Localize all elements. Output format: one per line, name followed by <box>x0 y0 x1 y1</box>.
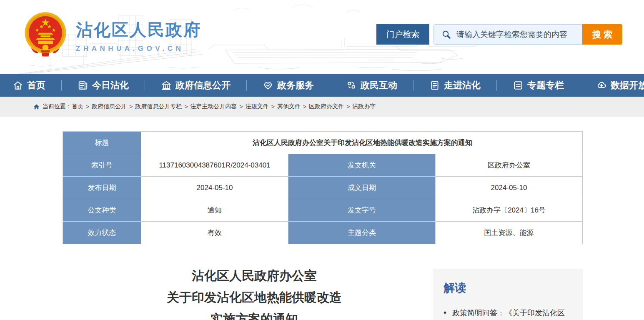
breadcrumb-separator: > <box>184 103 188 110</box>
nav-label: 专题专栏 <box>527 79 564 92</box>
breadcrumb-separator: > <box>271 103 275 110</box>
interpretation-link[interactable]: •政策简明问答：《关于印发沾化区地热能供暖改造实施方案的通知》解读 <box>444 305 572 320</box>
nav-separator <box>413 80 413 91</box>
home-icon <box>13 80 23 91</box>
search-icon <box>441 30 451 40</box>
breadcrumb-item-statutory[interactable]: 法定主动公开内容 <box>190 103 237 110</box>
nav-item-today[interactable]: 今日沾化 <box>78 79 129 92</box>
document-type-label: 公文种类 <box>63 199 141 222</box>
government-icon <box>161 80 172 91</box>
brand-text: 沾化区人民政府 ZHANHUA.GOV.CN <box>76 18 201 53</box>
written-date-label: 成文日期 <box>288 177 436 199</box>
nav-label: 政务服务 <box>277 79 314 92</box>
breadcrumb-item-other-files[interactable]: 其他文件 <box>277 103 301 110</box>
breadcrumb-item-gov-info-column[interactable]: 政府信息公开专栏 <box>135 103 182 110</box>
search-submit-button[interactable]: 搜 索 <box>582 24 622 45</box>
site-domain: ZHANHUA.GOV.CN <box>76 45 201 53</box>
nav-item-services[interactable]: 政务服务 <box>263 79 314 92</box>
breadcrumb-home-icon <box>33 104 40 110</box>
document-icon <box>429 80 440 91</box>
breadcrumb-separator: > <box>346 103 350 110</box>
nav-separator <box>61 80 62 91</box>
nav-separator <box>330 80 330 91</box>
breadcrumb-item-zhanzhengbanzi[interactable]: 沾政办字 <box>352 103 376 110</box>
table-row: 标题 沾化区人民政府办公室关于印发沾化区地热能供暖改造实施方案的通知 <box>63 132 583 154</box>
nav-item-special-columns[interactable]: 专题专栏 <box>513 79 564 92</box>
issuing-agency-value: 区政府办公室 <box>436 154 583 177</box>
cloud-download-icon <box>596 80 607 91</box>
title-value-cell: 沾化区人民政府办公室关于印发沾化区地热能供暖改造实施方案的通知 <box>141 132 583 154</box>
service-heart-icon <box>263 80 273 91</box>
document-metadata-table: 标题 沾化区人民政府办公室关于印发沾化区地热能供暖改造实施方案的通知 索引号 1… <box>63 131 583 244</box>
interpretation-heading: 解读 <box>444 280 572 295</box>
index-number-value: 11371603004387601R/2024-03401 <box>141 154 288 177</box>
written-date-value: 2024-05-10 <box>436 177 583 199</box>
nav-item-gov-info[interactable]: 政府信息公开 <box>161 79 231 92</box>
nav-separator <box>145 80 145 91</box>
breadcrumb-item-home[interactable]: 首页 <box>72 103 83 110</box>
nav-item-about[interactable]: 走进沾化 <box>429 79 481 92</box>
breadcrumb-separator: > <box>129 103 133 110</box>
document-number-label: 发文字号 <box>288 199 436 222</box>
site-header: 沾化区人民政府 ZHANHUA.GOV.CN 门户检索 搜 索 <box>0 0 644 74</box>
subject-category-value: 国土资源、能源 <box>436 222 583 244</box>
nav-label: 走进沾化 <box>444 79 481 92</box>
subject-category-label: 主题分类 <box>288 222 436 244</box>
nav-label: 政府信息公开 <box>175 79 231 92</box>
article-title-line: 沾化区人民政府办公室 <box>63 265 446 287</box>
publish-date-label: 发布日期 <box>63 177 141 199</box>
portal-search-button[interactable]: 门户检索 <box>376 24 429 45</box>
interaction-quotes-icon <box>346 80 357 91</box>
table-row: 索引号 11371603004387601R/2024-03401 发文机关 区… <box>63 154 583 177</box>
nav-separator <box>580 80 580 91</box>
main-content: 标题 沾化区人民政府办公室关于印发沾化区地热能供暖改造实施方案的通知 索引号 1… <box>0 131 644 320</box>
bullet-icon: • <box>444 308 446 317</box>
national-emblem-icon <box>23 11 68 60</box>
navbar-inner: 首页 今日沾化 政府信息公开 <box>0 74 644 97</box>
nav-separator <box>496 80 497 91</box>
validity-status-label: 效力状态 <box>63 222 141 244</box>
nav-separator <box>246 80 247 91</box>
validity-status-value: 有效 <box>141 222 288 244</box>
publish-date-value: 2024-05-10 <box>141 177 288 199</box>
table-row: 公文种类 通知 发文字号 沾政办字〔2024〕16号 <box>63 199 583 222</box>
breadcrumb: 当前位置： 首页 > 政府信息公开 > 政府信息公开专栏 > 法定主动公开内容 … <box>0 97 644 117</box>
document-number-value: 沾政办字〔2024〕16号 <box>436 199 583 222</box>
article-title: 沾化区人民政府办公室 关于印发沾化区地热能供暖改造 实施方案的通知 <box>63 265 446 320</box>
nav-item-home[interactable]: 首页 <box>13 79 45 92</box>
nav-label: 首页 <box>27 79 45 92</box>
breadcrumb-separator: > <box>86 103 89 110</box>
nav-label: 数据开放 <box>611 79 644 92</box>
document-type-value: 通知 <box>141 199 288 222</box>
site-name: 沾化区人民政府 <box>76 18 201 41</box>
nav-item-interaction[interactable]: 政民互动 <box>346 79 397 92</box>
interpretation-link-text: 政策简明问答：《关于印发沾化区地热能供暖改造实施方案的通知》解读 <box>444 309 571 320</box>
nav-label: 政民互动 <box>361 79 397 92</box>
breadcrumb-item-district-office-files[interactable]: 区政府办文件 <box>309 103 344 110</box>
index-number-label: 索引号 <box>63 154 141 177</box>
list-icon <box>513 80 524 91</box>
issuing-agency-label: 发文机关 <box>288 154 436 177</box>
breadcrumb-separator: > <box>303 103 306 110</box>
news-icon <box>78 80 88 91</box>
site-logo[interactable]: 沾化区人民政府 ZHANHUA.GOV.CN <box>23 11 201 60</box>
breadcrumb-item-regulations[interactable]: 法规文件 <box>246 103 269 110</box>
search-box <box>434 24 582 45</box>
title-label-cell: 标题 <box>63 132 141 154</box>
interpretation-panel: 解读 •政策简明问答：《关于印发沾化区地热能供暖改造实施方案的通知》解读 <box>433 269 583 320</box>
breadcrumb-separator: > <box>240 103 243 110</box>
nav-label: 今日沾化 <box>92 79 129 92</box>
table-row: 发布日期 2024-05-10 成文日期 2024-05-10 <box>63 177 583 199</box>
article-title-line: 实施方案的通知 <box>63 308 446 320</box>
table-row: 效力状态 有效 主题分类 国土资源、能源 <box>63 222 583 244</box>
breadcrumb-prefix: 当前位置： <box>43 103 72 110</box>
breadcrumb-item-gov-info[interactable]: 政府信息公开 <box>92 103 127 110</box>
main-navbar: 首页 今日沾化 政府信息公开 <box>0 74 644 97</box>
nav-item-open-data[interactable]: 数据开放 <box>596 79 644 92</box>
article-title-line: 关于印发沾化区地热能供暖改造 <box>63 287 446 308</box>
search-input[interactable] <box>456 25 582 44</box>
